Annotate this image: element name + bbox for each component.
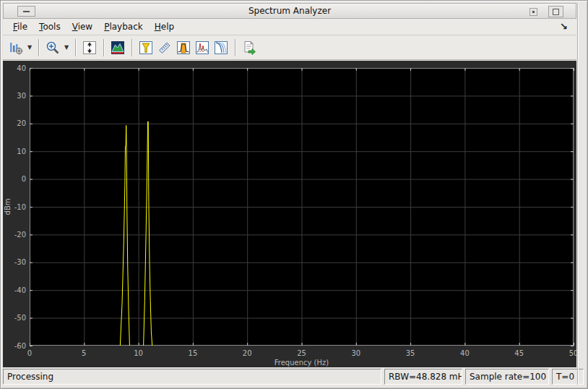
svg-text:40: 40: [460, 349, 470, 357]
svg-text:0: 0: [27, 349, 32, 357]
spectral-mask-button[interactable]: [137, 38, 155, 57]
playback-export-button[interactable]: [240, 38, 259, 57]
spectrum-settings-icon: [9, 40, 23, 55]
toolbar: ▼ ▼: [3, 35, 576, 60]
peak-finder-button[interactable]: [193, 38, 212, 57]
dock-figure-arrow-icon[interactable]: ↘: [560, 21, 568, 32]
svg-text:50: 50: [569, 349, 576, 357]
cursor-measurements-icon: [157, 40, 172, 55]
menu-view[interactable]: View: [72, 22, 92, 32]
window-title: Spectrum Analyzer: [4, 6, 576, 16]
svg-text:0: 0: [22, 175, 26, 183]
zoom-in-icon: [46, 40, 60, 55]
menu-file[interactable]: File: [13, 22, 27, 32]
window-menu-button[interactable]: [17, 6, 35, 17]
peak-finder-icon: [195, 40, 209, 55]
svg-text:25: 25: [297, 349, 306, 357]
spectrum-settings-dropdown[interactable]: ▼: [25, 38, 34, 57]
figure-area: 05101520253035404550403020100-10-20-30-4…: [3, 61, 576, 367]
svg-text:45: 45: [514, 349, 524, 357]
title-bar[interactable]: Spectrum Analyzer: [3, 3, 576, 19]
menu-help[interactable]: Help: [155, 22, 174, 32]
figure-canvas[interactable]: 05101520253035404550403020100-10-20-30-4…: [3, 61, 576, 367]
toolbar-separator: [103, 39, 104, 56]
svg-text:30: 30: [351, 349, 360, 357]
ccdf-measurements-button[interactable]: [212, 38, 230, 57]
menu-bar: File Tools View Playback Help ↘: [3, 19, 576, 35]
window-right-highlight: [578, 3, 579, 385]
status-sim-time: T=0: [552, 369, 584, 385]
zoom-dropdown[interactable]: ▼: [62, 38, 71, 57]
svg-text:20: 20: [17, 119, 26, 127]
ccdf-measurements-icon: [214, 40, 228, 55]
svg-text:-50: -50: [14, 314, 26, 322]
status-sample-rate: Sample rate=100 Hz: [465, 369, 549, 385]
maximize-square-icon: [553, 9, 559, 15]
spectrum-view-button[interactable]: [108, 38, 127, 57]
autoscale-axes-icon: [82, 40, 97, 55]
menu-playback[interactable]: Playback: [104, 22, 143, 32]
window-menu-dash-icon: [23, 11, 30, 12]
svg-text:10: 10: [134, 349, 143, 357]
maximize-button[interactable]: [548, 6, 563, 17]
toolbar-separator: [131, 39, 132, 56]
status-message: Processing: [3, 369, 381, 385]
toolbar-separator: [235, 39, 235, 56]
svg-text:-40: -40: [14, 286, 26, 294]
svg-text:35: 35: [406, 349, 415, 357]
zoom-in-button[interactable]: [43, 38, 62, 57]
svg-text:-10: -10: [14, 203, 26, 211]
svg-text:-60: -60: [14, 342, 26, 350]
autoscale-axes-button[interactable]: [80, 38, 99, 57]
minimize-button[interactable]: [529, 8, 537, 16]
svg-text:20: 20: [243, 349, 252, 357]
spectrum-view-icon: [111, 40, 125, 55]
toolbar-separator: [38, 39, 39, 56]
svg-text:30: 30: [17, 92, 26, 100]
svg-text:-30: -30: [14, 258, 26, 266]
status-rbw: RBW=48.828 mHz: [384, 369, 462, 385]
svg-text:Frequency (Hz): Frequency (Hz): [274, 359, 329, 367]
channel-measurements-button[interactable]: [174, 38, 193, 57]
svg-text:dBm: dBm: [4, 199, 12, 215]
toolbar-separator: [75, 39, 76, 56]
svg-text:40: 40: [17, 64, 26, 72]
status-bar: Processing RBW=48.828 mHz Sample rate=10…: [3, 369, 584, 385]
channel-measurements-icon: [176, 40, 191, 55]
svg-text:10: 10: [17, 148, 26, 155]
playback-export-icon: [242, 40, 256, 55]
minimize-dot-icon: [532, 11, 535, 13]
cursor-measurements-button[interactable]: [155, 38, 174, 57]
spectral-mask-icon: [139, 40, 153, 55]
svg-text:15: 15: [189, 349, 198, 357]
menu-tools[interactable]: Tools: [39, 22, 61, 32]
spectrum-analyzer-window: Spectrum Analyzer File Tools View Playba…: [0, 0, 588, 389]
spectrum-settings-button[interactable]: [7, 38, 25, 57]
svg-text:5: 5: [82, 349, 86, 357]
svg-text:-20: -20: [14, 231, 26, 239]
